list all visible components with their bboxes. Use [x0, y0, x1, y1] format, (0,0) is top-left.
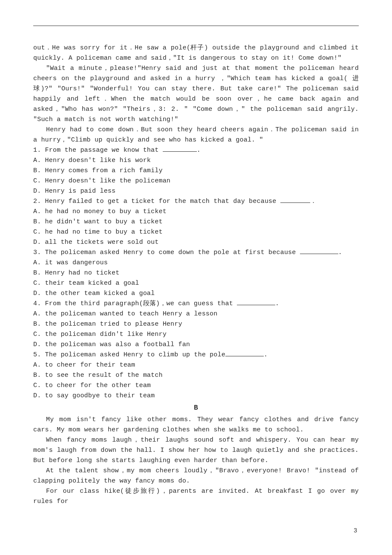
q3-opt-b: B. Henry had no ticket	[33, 268, 359, 278]
q2-stem-post: ．	[310, 198, 317, 205]
passage-a-p1: out．He was sorry for it．He saw a pole(杆子…	[33, 43, 359, 64]
section-b-heading: B	[33, 403, 359, 413]
passage-b-p3: At the talent show，my mom cheers loudly，…	[33, 466, 359, 486]
passage-b-p4: For our class hike(徒步旅行)，parents are inv…	[33, 486, 359, 507]
q2-opt-b: B. he didn't want to buy a ticket	[33, 217, 359, 227]
passage-b-p2: When fancy moms laugh，their laughs sound…	[33, 435, 359, 466]
q1-blank	[163, 146, 197, 152]
q4-blank	[237, 299, 275, 306]
q3-opt-a: A. it was dangerous	[33, 258, 359, 268]
q3-blank	[300, 248, 338, 254]
q1-stem-post: .	[197, 147, 201, 154]
q4-stem: 4. From the third paragraph(段落)，we can g…	[33, 299, 359, 309]
passage-a-p3: Henry had to come down．But soon they hea…	[33, 125, 359, 145]
q4-opt-d: D. the policeman was also a football fan	[33, 340, 359, 350]
q2-opt-d: D. all the tickets were sold out	[33, 237, 359, 248]
q3-opt-d: D. the other team kicked a goal	[33, 289, 359, 299]
passage-b-p1: My mom isn't fancy like other moms. They…	[33, 415, 359, 435]
q1-stem: 1. From the passage we know that .	[33, 145, 359, 156]
q3-stem-post: .	[338, 249, 342, 256]
q5-opt-a: A. to cheer for their team	[33, 360, 359, 370]
q4-opt-b: B. the policeman tried to please Henry	[33, 319, 359, 330]
q3-stem-pre: 3. The policeman asked Henry to come dow…	[33, 249, 300, 256]
q4-opt-c: C. the policeman didn't like Henry	[33, 330, 359, 340]
q4-stem-post: .	[275, 300, 279, 307]
q1-opt-a: A. Henry doesn't like his work	[33, 156, 359, 166]
q4-opt-a: A. the policeman wanted to teach Henry a…	[33, 309, 359, 319]
passage-a-p2: "Wait a minute，please!"Henry said and ju…	[33, 64, 359, 125]
q5-opt-c: C. to cheer for the other team	[33, 381, 359, 391]
q5-opt-d: D. to say goodbye to their team	[33, 391, 359, 401]
q5-blank	[225, 350, 264, 357]
content-area: out．He was sorry for it．He saw a pole(杆子…	[33, 43, 359, 507]
q2-stem: 2. Henry failed to get a ticket for the …	[33, 197, 359, 207]
q5-stem-post: .	[264, 351, 268, 358]
q1-opt-b: B. Henry comes from a rich family	[33, 166, 359, 176]
q2-opt-a: A. he had no money to buy a ticket	[33, 207, 359, 217]
q5-stem-pre: 5. The policeman asked Henry to climb up…	[33, 351, 225, 358]
q5-stem: 5. The policeman asked Henry to climb up…	[33, 350, 359, 360]
header-rule	[33, 26, 359, 26]
q4-stem-pre: 4. From the third paragraph(段落)，we can g…	[33, 300, 237, 307]
q2-stem-pre: 2. Henry failed to get a ticket for the …	[33, 198, 280, 205]
q1-opt-c: C. Henry doesn't like the policeman	[33, 176, 359, 186]
q5-opt-b: B. to see the result of the match	[33, 370, 359, 381]
q3-opt-c: C. their team kicked a goal	[33, 278, 359, 289]
document-page: out．He was sorry for it．He saw a pole(杆子…	[0, 0, 392, 555]
q3-stem: 3. The policeman asked Henry to come dow…	[33, 248, 359, 258]
q2-opt-c: C. he had no time to buy a ticket	[33, 227, 359, 237]
page-number: 3	[354, 527, 357, 534]
q1-opt-d: D. Henry is paid less	[33, 186, 359, 197]
q2-blank	[280, 197, 310, 203]
q1-stem-pre: 1. From the passage we know that	[33, 147, 163, 154]
